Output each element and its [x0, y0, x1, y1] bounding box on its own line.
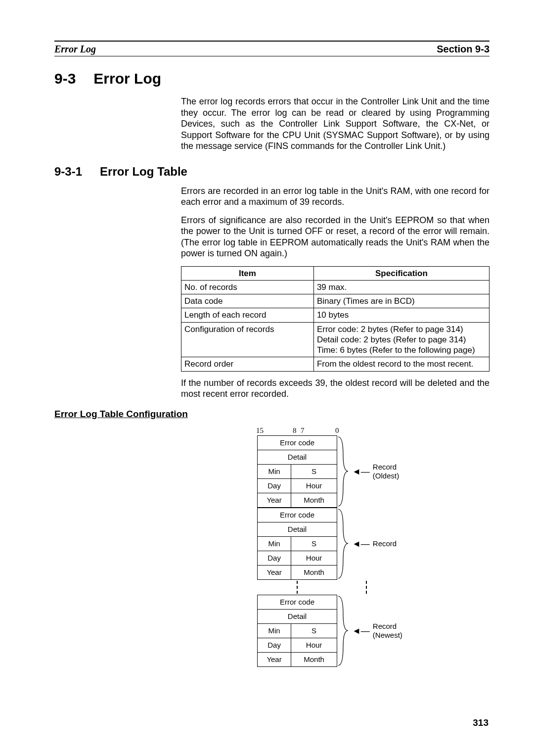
cell-min: Min [258, 623, 291, 638]
cell-item: Data code [181, 294, 314, 308]
cell-day: Day [258, 478, 291, 493]
ellipsis-gap [257, 580, 337, 595]
cell-item: Configuration of records [181, 322, 314, 357]
record-oldest: Error code Detail MinS DayHour YearMonth… [257, 435, 485, 508]
bracket-icon [337, 508, 352, 580]
cell-spec: 10 bytes [313, 308, 489, 322]
bit-15: 15 [256, 426, 264, 435]
bit-8: 8 [293, 426, 297, 435]
intro-paragraph: The error log records errors that occur … [181, 96, 490, 152]
cell-spec: From the oldest record to the most recen… [313, 357, 489, 371]
table-row: Data code Binary (Times are in BCD) [181, 294, 490, 308]
section-title: Error Log [93, 70, 161, 87]
bit-labels: 15 8 7 0 [257, 426, 337, 435]
cell-min: Min [258, 536, 291, 551]
spec-table: Item Specification No. of records 39 max… [181, 266, 490, 372]
bracket-icon [337, 435, 352, 508]
cell-spec: Binary (Times are in BCD) [313, 294, 489, 308]
page-number: 313 [473, 717, 489, 728]
cell-spec: Error code: 2 bytes (Refer to page 314) … [313, 322, 489, 357]
cell-hour: Hour [291, 551, 337, 565]
cell-s: S [291, 464, 337, 478]
cell-hour: Hour [291, 638, 337, 652]
label-newest: ◄— Record (Newest) [352, 622, 402, 639]
cell-error-code: Error code [258, 508, 337, 522]
cell-item: Length of each record [181, 308, 314, 322]
bracket-icon [337, 595, 352, 667]
subsection-title: Error Log Table [100, 165, 187, 179]
paragraph-eeprom: Errors of significance are also recorded… [181, 215, 490, 259]
record-diagram: 15 8 7 0 Error code Detail MinS DayHour … [257, 426, 485, 667]
subsection-heading: 9-3-1 Error Log Table [54, 165, 490, 179]
header-right: Section 9-3 [437, 44, 490, 55]
th-item: Item [181, 266, 314, 280]
cell-error-code: Error code [258, 595, 337, 609]
arrow-left-icon: ◄— [352, 539, 370, 548]
cell-month: Month [291, 565, 337, 579]
subsection-number: 9-3-1 [54, 165, 82, 179]
cell-item: No. of records [181, 280, 314, 294]
arrow-left-icon: ◄— [352, 467, 370, 476]
table-row: Configuration of records Error code: 2 b… [181, 322, 490, 357]
cell-s: S [291, 536, 337, 551]
label-record: ◄— Record [352, 539, 397, 548]
cell-detail: Detail [258, 522, 337, 536]
config-heading: Error Log Table Configuration [54, 409, 490, 420]
th-spec: Specification [313, 266, 489, 280]
running-header: Error Log Section 9-3 [54, 44, 490, 56]
cell-min: Min [258, 464, 291, 478]
header-left: Error Log [54, 44, 96, 55]
record-middle: Error code Detail MinS DayHour YearMonth… [257, 508, 485, 580]
cell-detail: Detail [258, 609, 337, 623]
cell-item: Record order [181, 357, 314, 371]
table-row: No. of records 39 max. [181, 280, 490, 294]
paragraph-ram: Errors are recorded in an error log tabl… [181, 186, 490, 208]
table-row: Record order From the oldest record to t… [181, 357, 490, 371]
cell-s: S [291, 623, 337, 638]
section-heading: 9-3 Error Log [54, 70, 490, 87]
cell-hour: Hour [291, 478, 337, 493]
cell-error-code: Error code [258, 435, 337, 450]
paragraph-overflow: If the number of records exceeds 39, the… [181, 378, 490, 400]
bit-0: 0 [335, 426, 339, 435]
section-number: 9-3 [54, 70, 76, 87]
cell-day: Day [258, 638, 291, 652]
cell-day: Day [258, 551, 291, 565]
cell-month: Month [291, 652, 337, 666]
ellipsis-gap-right [366, 581, 367, 594]
cell-detail: Detail [258, 450, 337, 464]
cell-month: Month [291, 493, 337, 507]
table-row: Length of each record 10 bytes [181, 308, 490, 322]
cell-spec: 39 max. [313, 280, 489, 294]
arrow-left-icon: ◄— [352, 626, 370, 635]
cell-year: Year [258, 652, 291, 666]
label-oldest: ◄— Record (Oldest) [352, 463, 399, 480]
cell-year: Year [258, 493, 291, 507]
record-newest: Error code Detail MinS DayHour YearMonth… [257, 595, 485, 667]
cell-year: Year [258, 565, 291, 579]
bit-7: 7 [301, 426, 305, 435]
